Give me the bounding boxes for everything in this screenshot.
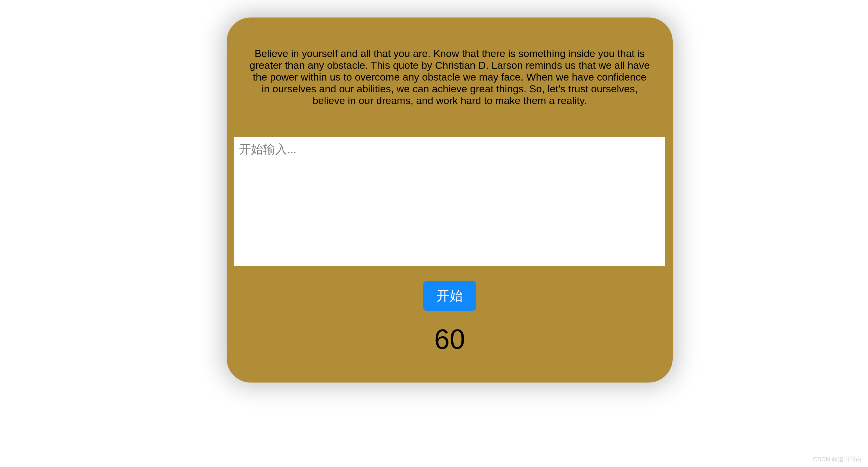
- typing-input[interactable]: [234, 137, 665, 266]
- quote-text: Believe in yourself and all that you are…: [248, 48, 652, 107]
- watermark-text: CSDN @洛可可白: [813, 455, 862, 463]
- timer-display: 60: [434, 323, 465, 355]
- start-button[interactable]: 开始: [423, 281, 476, 311]
- typing-test-card: Believe in yourself and all that you are…: [227, 18, 673, 382]
